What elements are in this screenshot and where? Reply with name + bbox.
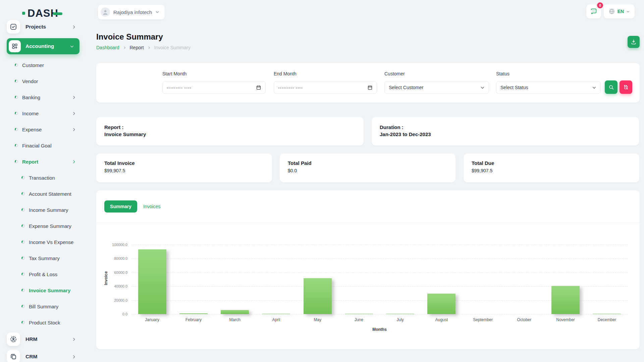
chevron-down-icon <box>592 85 596 90</box>
sidebar-item-expense[interactable]: Expense <box>0 121 86 137</box>
sidebar-item-expense-summary[interactable]: Expense Summary <box>0 218 86 234</box>
sidebar-item-label: Income Vs Expense <box>29 239 73 245</box>
bar-november[interactable] <box>551 286 580 314</box>
bullet-icon <box>15 63 18 67</box>
sidebar-item-label: Expense <box>22 127 42 132</box>
report-info-card: Report : Invoice Summary <box>96 117 364 145</box>
x-tick-label: January <box>131 317 173 322</box>
app-logo[interactable]: DASH <box>22 8 62 18</box>
chevron-right-icon <box>72 95 76 100</box>
filter-panel: Start Month End Month Customer Status --… <box>96 63 640 103</box>
bullet-icon <box>15 144 18 147</box>
tab-invoices[interactable]: Invoices <box>143 204 160 209</box>
customer-select[interactable]: Select Customer <box>384 81 489 94</box>
apply-filter-button[interactable] <box>605 80 618 94</box>
chevron-right-icon <box>72 160 76 164</box>
calendar-icon <box>367 85 373 90</box>
stat-label: Total Due <box>472 160 631 166</box>
bullet-icon <box>21 256 25 260</box>
y-tick-label: 40000.0 <box>114 284 127 288</box>
sidebar-item-label: Tax Summary <box>29 255 60 261</box>
end-month-label: End Month <box>274 71 297 76</box>
chevron-right-icon <box>147 46 151 50</box>
sidebar-item-invoice-summary[interactable]: Invoice Summary <box>0 282 86 298</box>
sidebar-item-label: Accounting <box>25 43 54 49</box>
y-tick-label: 60000.0 <box>114 270 127 275</box>
report-value: Invoice Summary <box>104 131 356 138</box>
sidebar-item-accounting[interactable]: Accounting <box>7 38 79 54</box>
sidebar-item-product-stock[interactable]: Product Stock <box>0 314 86 330</box>
sidebar-item-vendor[interactable]: Vendor <box>0 73 86 89</box>
gridline <box>131 245 628 245</box>
sidebar-item-finacial-goal[interactable]: Finacial Goal <box>0 137 86 154</box>
sidebar-item-transaction[interactable]: Transaction <box>0 170 86 186</box>
tab-summary[interactable]: Summary <box>104 200 137 213</box>
bar-january[interactable] <box>138 249 166 314</box>
chevron-right-icon <box>72 355 76 359</box>
bullet-icon <box>15 128 18 131</box>
bar-march[interactable] <box>221 310 249 314</box>
sidebar-item-projects[interactable]: Projects <box>0 18 86 36</box>
bar-may[interactable] <box>304 278 332 314</box>
end-month-input[interactable]: --------- ---- <box>274 81 377 94</box>
accounting-icon <box>9 40 21 52</box>
x-tick-label: August <box>421 317 462 322</box>
status-select[interactable]: Select Status <box>496 81 601 94</box>
stat-value: $99,907.5 <box>104 168 264 173</box>
sidebar-item-hrm[interactable]: HRM <box>0 330 86 348</box>
sidebar-item-income-vs-expense[interactable]: Income Vs Expense <box>0 234 86 250</box>
sidebar-item-label: HRM <box>25 336 37 342</box>
projects-icon <box>7 20 20 34</box>
sidebar-item-crm[interactable]: CRM <box>0 348 86 362</box>
bullet-icon <box>21 305 25 308</box>
invoice-chart-card: Summary Invoices Invoice 0.020000.040000… <box>96 190 640 349</box>
reset-filter-button[interactable] <box>620 80 632 94</box>
file-off-icon <box>623 84 629 90</box>
chevron-down-icon <box>480 85 485 90</box>
download-button[interactable] <box>628 36 640 48</box>
bar-chart-plot: 0.020000.040000.060000.080000.0100000.0 <box>131 245 628 314</box>
bullet-icon <box>21 192 25 195</box>
y-tick-label: 80000.0 <box>114 256 127 260</box>
sidebar-item-label: Expense Summary <box>29 223 71 229</box>
bar-august[interactable] <box>427 294 455 314</box>
sidebar-item-label: Finacial Goal <box>22 143 52 148</box>
start-month-input[interactable]: --------- ---- <box>162 81 266 94</box>
duration-value: Jan-2023 to Dec-2023 <box>380 131 631 138</box>
breadcrumb-dashboard[interactable]: Dashboard <box>96 45 119 50</box>
y-axis-title: Invoice <box>104 271 108 285</box>
sidebar-item-income-summary[interactable]: Income Summary <box>0 202 86 218</box>
chevron-right-icon <box>72 127 76 132</box>
stat-label: Total Paid <box>288 160 447 166</box>
bar-april[interactable] <box>262 314 290 314</box>
breadcrumb-report[interactable]: Report <box>130 45 144 50</box>
sidebar-item-tax-summary[interactable]: Tax Summary <box>0 250 86 266</box>
bar-february[interactable] <box>179 313 208 314</box>
sidebar-item-customer[interactable]: Customer <box>0 57 86 73</box>
sidebar-item-profit-loss[interactable]: Profit & Loss <box>0 266 86 282</box>
x-tick-label: November <box>545 317 586 322</box>
sidebar-item-report[interactable]: Report <box>0 154 86 170</box>
status-label: Status <box>496 71 509 76</box>
x-tick-label: May <box>297 317 338 322</box>
bar-july[interactable] <box>386 314 414 314</box>
sidebar-item-bill-summary[interactable]: Bill Summary <box>0 298 86 314</box>
x-tick-label: December <box>586 317 628 322</box>
hrm-icon <box>7 333 20 346</box>
bar-june[interactable] <box>345 314 373 314</box>
crm-icon <box>7 350 20 362</box>
bar-december[interactable] <box>593 314 621 314</box>
chevron-right-icon <box>72 337 76 342</box>
y-tick-label: 20000.0 <box>114 298 127 302</box>
stat-value: $99,907.5 <box>472 168 631 173</box>
sidebar-item-label: Banking <box>22 95 40 100</box>
sidebar-item-account-statement[interactable]: Account Statement <box>0 186 86 202</box>
sidebar-item-label: Income <box>22 111 39 116</box>
bullet-icon <box>21 321 25 324</box>
x-tick-label: June <box>338 317 379 322</box>
x-axis-labels: JanuaryFebruaryMarchAprilMayJuneJulyAugu… <box>131 317 628 323</box>
stat-card-total-due: Total Due $99,907.5 <box>464 154 639 182</box>
sidebar-item-label: Product Stock <box>29 320 60 325</box>
sidebar-item-income[interactable]: Income <box>0 105 86 121</box>
sidebar-item-banking[interactable]: Banking <box>0 89 86 105</box>
